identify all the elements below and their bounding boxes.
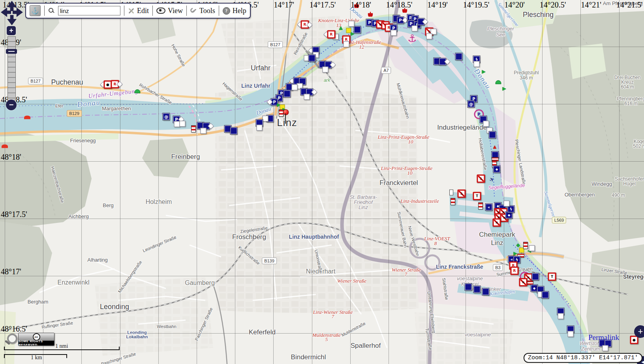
berth-seamark[interactable] <box>483 289 489 295</box>
red-white-beacon-seamark[interactable] <box>191 125 196 132</box>
berth-box-seamark[interactable] <box>483 121 489 127</box>
berth-seamark[interactable] <box>354 26 361 33</box>
toolbar-divider <box>186 6 187 16</box>
menu-help-label: Help <box>233 7 246 15</box>
map-application: LinzUrfahrLeondingPuchenauPleschingSteyr… <box>0 0 644 364</box>
pan-north-button[interactable] <box>7 1 17 11</box>
berth-box-seamark[interactable] <box>474 61 480 67</box>
berth-box-seamark[interactable] <box>558 313 564 319</box>
red-buoy[interactable] <box>2 145 8 148</box>
search-result-pin[interactable] <box>283 109 289 115</box>
berth-seamark[interactable] <box>489 132 496 138</box>
zoom-in-alt-button[interactable]: + <box>634 325 644 338</box>
menu-edit-label: Edit <box>137 7 149 15</box>
restriction-sign-seamark[interactable]: T <box>473 192 481 200</box>
berth-box-seamark[interactable] <box>263 116 268 122</box>
permalink-link[interactable]: Permalink <box>588 333 619 342</box>
menu-edit[interactable]: Edit <box>128 7 149 15</box>
no-anchoring-sign-seamark[interactable]: ⚓ <box>477 175 485 183</box>
berth-box-seamark[interactable] <box>201 128 207 134</box>
no-anchoring-sign-seamark[interactable]: ⚓ <box>458 190 466 198</box>
berth-seamark[interactable] <box>231 128 237 134</box>
berth-box-seamark[interactable] <box>304 94 310 100</box>
green-arrow-seamark[interactable]: ▶ <box>482 69 485 74</box>
search-input[interactable] <box>58 6 120 15</box>
berth-box-seamark[interactable] <box>412 26 418 32</box>
red-white-beacon-seamark[interactable] <box>451 198 455 205</box>
berth-seamark[interactable] <box>532 273 539 280</box>
toolbar-divider <box>124 6 124 16</box>
berth-seamark[interactable] <box>474 286 481 293</box>
zoom-in-button[interactable]: + <box>7 26 16 35</box>
berth-box-seamark[interactable] <box>426 34 432 40</box>
berth-seamark[interactable] <box>456 53 462 60</box>
menu-view[interactable]: View <box>156 7 183 15</box>
berth-box-seamark[interactable] <box>257 125 263 131</box>
berth-box-seamark[interactable] <box>349 21 355 27</box>
zoom-slider-handle[interactable] <box>6 49 17 54</box>
red-buoy[interactable] <box>24 116 30 119</box>
berth-seamark[interactable] <box>284 91 291 97</box>
cc-license-badge[interactable]: cc SOME RIGHTS RESERVED <box>18 333 54 346</box>
green-cone-buoy[interactable]: ▲ <box>339 25 342 30</box>
berth-box-seamark[interactable] <box>603 345 608 351</box>
berth-box-seamark[interactable] <box>529 245 535 251</box>
map-canvas[interactable] <box>0 0 644 364</box>
cc-rights-label: SOME RIGHTS RESERVED <box>19 341 54 345</box>
toolbar-divider <box>44 6 45 16</box>
toolbar-divider <box>219 6 219 16</box>
anchorage-seamark[interactable]: ⚓ <box>407 33 417 43</box>
green-buoy[interactable] <box>135 89 141 93</box>
berth-seamark[interactable] <box>465 284 472 290</box>
berth-box-seamark[interactable] <box>568 331 574 337</box>
restriction-sign-seamark[interactable]: T <box>548 273 556 281</box>
no-turning-sign-seamark[interactable]: R <box>327 30 336 39</box>
turning-basin-seamark[interactable]: @ <box>468 101 475 108</box>
overhead-cable-seamark[interactable]: ϟ <box>508 206 514 213</box>
search-icon <box>48 8 54 14</box>
berth-seamark[interactable] <box>309 55 315 62</box>
berth-box-seamark[interactable] <box>180 121 186 127</box>
pan-west-button[interactable] <box>1 8 11 17</box>
status-coordinates: Zoom:14 N48°18.337' E14°17.871' <box>524 353 642 363</box>
green-arrow-seamark[interactable]: ▶ <box>513 251 517 256</box>
berth-seamark[interactable] <box>542 292 549 298</box>
restriction-sign-seamark[interactable]: × <box>493 219 501 227</box>
search-result-pin-stem[interactable] <box>285 113 286 124</box>
toolbar-divider <box>152 6 153 16</box>
diamond-seamark[interactable]: ◆ <box>531 285 538 292</box>
turning-basin-seamark[interactable]: @ <box>163 113 170 120</box>
menu-help[interactable]: ? Help <box>223 7 246 15</box>
magnifier-icon[interactable] <box>5 333 19 347</box>
berth-box-seamark[interactable] <box>323 67 329 73</box>
zoom-out-button[interactable]: − <box>6 100 17 110</box>
diamond-seamark[interactable]: ◆ <box>494 166 500 173</box>
green-diamond-seamark[interactable]: ◆ <box>516 243 520 247</box>
red-white-beacon-seamark[interactable] <box>478 202 483 209</box>
help-icon: ? <box>223 7 230 15</box>
menu-tools[interactable]: Tools <box>190 7 215 15</box>
berth-box-seamark[interactable] <box>504 201 510 207</box>
zoom-slider-track[interactable] <box>8 36 16 100</box>
berth-box-seamark[interactable] <box>174 121 180 127</box>
pan-south-button[interactable] <box>7 15 17 25</box>
eye-icon <box>156 8 165 14</box>
junction-seamark[interactable]: « <box>486 204 492 211</box>
restriction-sign-seamark[interactable]: × <box>519 278 528 287</box>
berth-box-seamark[interactable] <box>344 41 349 47</box>
menu-tools-label: Tools <box>199 7 215 15</box>
green-buoy[interactable] <box>496 80 501 84</box>
main-toolbar: ⚓ Edit View Tools ? Help <box>25 3 251 19</box>
white-beacon-seamark[interactable] <box>449 190 453 196</box>
no-turning-sign-seamark[interactable]: R <box>511 267 519 275</box>
berth-box-seamark[interactable] <box>391 30 397 36</box>
app-logo-icon[interactable]: ⚓ <box>30 5 41 16</box>
menu-view-label: View <box>168 7 183 15</box>
red-topmark-seamark[interactable]: ▲ <box>493 145 496 149</box>
crossed-tools-icon <box>128 8 135 14</box>
pan-east-button[interactable] <box>13 8 23 17</box>
berth-box-seamark[interactable] <box>292 85 298 91</box>
green-arrow-seamark[interactable]: ▶ <box>502 86 506 91</box>
wrench-icon <box>190 8 197 14</box>
diamond-seamark[interactable]: ◆ <box>506 212 513 219</box>
